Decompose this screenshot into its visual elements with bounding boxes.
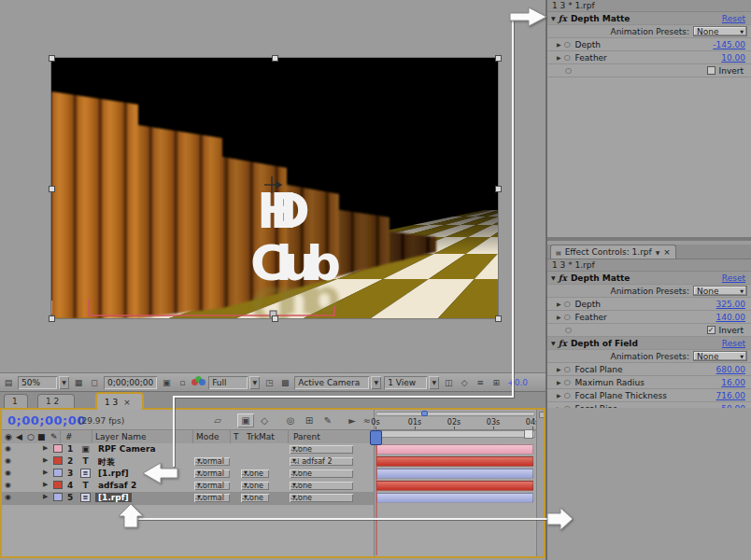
fast-previews-icon[interactable]: ◇ [458, 376, 471, 388]
video-eye-icon[interactable]: ◉ [5, 469, 11, 477]
selection-handle[interactable] [49, 55, 55, 62]
layer-color-swatch[interactable] [53, 456, 63, 465]
camera-value[interactable]: Active Camera [294, 376, 369, 389]
region-of-interest-icon[interactable]: ◻ [88, 376, 101, 388]
layer-row-4[interactable]: ◉▶4Tadfsaf 2Normal▼None▼None▼ [2, 480, 374, 493]
live-update-icon[interactable]: ▣ [237, 413, 254, 427]
column-number[interactable]: # [65, 432, 73, 441]
selection-handle[interactable] [272, 55, 278, 62]
time-ruler[interactable]: 0s01s02s03s04s [376, 417, 536, 430]
duration-bar-layer-4[interactable] [376, 481, 533, 491]
timeline-button-icon[interactable]: ≡ [474, 376, 487, 388]
stopwatch-icon[interactable]: ○ [565, 66, 572, 75]
view-layout-value[interactable]: 1 View [384, 376, 427, 389]
property-value[interactable]: 16.00 [721, 378, 745, 387]
video-eye-icon[interactable]: ◉ [5, 481, 11, 489]
selection-handle[interactable] [495, 55, 502, 62]
show-snapshot-icon[interactable]: ▫ [176, 376, 189, 388]
selection-handle[interactable] [49, 315, 55, 322]
column-layer-name[interactable]: Layer Name [95, 432, 147, 441]
current-time-indicator[interactable] [370, 430, 382, 445]
stopwatch-icon[interactable]: ○ [564, 300, 571, 308]
stopwatch-icon[interactable]: ○ [564, 404, 571, 408]
lock-column-icon[interactable]: ■ [37, 432, 46, 441]
layer-expander-icon[interactable]: ▶ [43, 469, 48, 476]
parent-dropdown-arrow-icon[interactable]: ▼ [290, 469, 299, 475]
layer-row-5[interactable]: ◉▶5≡[1.rpf]Normal▼None▼None▼ [2, 492, 374, 505]
timeline-navigator-bar[interactable] [376, 412, 535, 416]
property-value[interactable]: 140.00 [716, 313, 746, 322]
selection-handle[interactable] [272, 315, 278, 322]
snapshot-icon[interactable]: ▣ [160, 376, 173, 388]
animation-presets-dropdown[interactable]: None▼ [693, 351, 747, 361]
tab-close-icon[interactable]: × [663, 247, 671, 257]
effect-header-depth-of-field[interactable]: ▼ƒxDepth of FieldReset [547, 337, 751, 350]
stopwatch-icon[interactable]: ○ [564, 378, 571, 386]
effect-collapse-icon[interactable]: ▼ [551, 340, 556, 346]
tab-comp-12[interactable]: 1 2 [37, 394, 75, 408]
video-column-icon[interactable]: ◉ [5, 432, 12, 441]
property-expander-icon[interactable]: ▶ [557, 379, 561, 385]
work-area-bar[interactable] [376, 430, 535, 438]
parent-dropdown-arrow-icon[interactable]: ▼ [290, 445, 299, 451]
layer-color-swatch[interactable] [53, 469, 63, 477]
solo-column-icon[interactable]: ○ [27, 432, 35, 441]
invert-checkbox[interactable]: ✓ [707, 326, 716, 334]
property-expander-icon[interactable]: ▶ [557, 54, 561, 61]
animation-presets-arrow-icon[interactable]: ▼ [740, 288, 744, 294]
layer-row-3[interactable]: ◉▶3≡[1.rpf]Normal▼None▼None▼ [2, 468, 374, 481]
magnification-arrow-icon[interactable]: ▼ [59, 376, 69, 389]
selection-handle[interactable] [495, 186, 502, 192]
stopwatch-icon[interactable]: ○ [564, 391, 571, 399]
effect-reset-link[interactable]: Reset [722, 339, 745, 348]
invert-control[interactable]: Invert [707, 66, 751, 76]
target-region-icon[interactable]: ◳ [262, 376, 276, 388]
camera-dropdown[interactable]: Active Camera ▼ [294, 376, 381, 389]
parent-dropdown-value[interactable]: None [290, 445, 353, 454]
tab-dropdown-icon[interactable]: ▼ [656, 249, 660, 256]
duration-bar-layer-1[interactable] [376, 444, 533, 455]
invert-control[interactable]: ✓Invert [707, 326, 751, 335]
composition-image[interactable]: Club HD Club [51, 58, 498, 318]
parent-dropdown-arrow-icon[interactable]: ▼ [290, 457, 299, 463]
layer-expander-icon[interactable]: ▶ [43, 493, 48, 500]
effect-collapse-icon[interactable]: ▼ [551, 15, 556, 21]
layer-color-swatch[interactable] [53, 444, 63, 453]
transparency-grid-icon[interactable]: ▩ [278, 376, 291, 388]
flowchart-icon[interactable]: ⊞ [489, 376, 503, 388]
layer-name[interactable]: [1.rpf] [95, 469, 132, 478]
label-column-icon[interactable]: ✎ [50, 432, 58, 441]
effect-header-depth-matte[interactable]: ▼ƒxDepth MatteReset [547, 272, 751, 285]
panel-flyout-icon[interactable]: ▤ [2, 376, 15, 388]
stopwatch-icon[interactable]: ○ [565, 326, 572, 334]
tab-comp-13[interactable]: 1 3× [95, 392, 144, 410]
stopwatch-icon[interactable]: ○ [564, 365, 571, 373]
audio-column-icon[interactable]: ◀ [16, 432, 22, 441]
property-expander-icon[interactable]: ▶ [557, 41, 561, 48]
parent-dropdown-arrow-icon[interactable]: ▼ [290, 482, 299, 487]
grid-guides-icon[interactable]: ▦ [72, 376, 85, 388]
video-eye-icon[interactable]: ◉ [5, 456, 11, 465]
animation-presets-dropdown[interactable]: None▼ [693, 26, 747, 36]
work-area-end-handle[interactable] [524, 429, 533, 439]
view-layout-arrow-icon[interactable]: ▼ [429, 376, 439, 389]
tab-comp-1[interactable]: 1 [4, 394, 28, 408]
column-parent[interactable]: Parent [293, 432, 320, 441]
frame-blend-icon[interactable]: ⊞ [301, 413, 318, 427]
property-value[interactable]: 716.00 [716, 391, 746, 400]
layer-color-swatch[interactable] [53, 493, 63, 501]
trkmat-dropdown-arrow-icon[interactable]: ▼ [241, 482, 250, 487]
trkmat-dropdown-arrow-icon[interactable]: ▼ [241, 469, 250, 475]
column-trkmat[interactable]: TrkMat [247, 432, 275, 441]
magnification-value[interactable]: 50% [18, 376, 57, 389]
property-value[interactable]: -145.00 [713, 40, 745, 49]
parent-dropdown-arrow-icon[interactable]: ▼ [290, 494, 299, 499]
animation-presets-arrow-icon[interactable]: ▼ [740, 354, 744, 359]
column-t[interactable]: T [234, 432, 239, 441]
comp-mini-flowchart-icon[interactable]: ▱ [209, 413, 226, 427]
invert-checkbox[interactable] [707, 66, 716, 75]
pixel-aspect-icon[interactable]: ◫ [442, 376, 455, 388]
show-channels-icon[interactable] [191, 376, 205, 388]
tab-close-icon[interactable]: × [123, 398, 131, 407]
layer-expander-icon[interactable]: ▶ [43, 444, 48, 452]
